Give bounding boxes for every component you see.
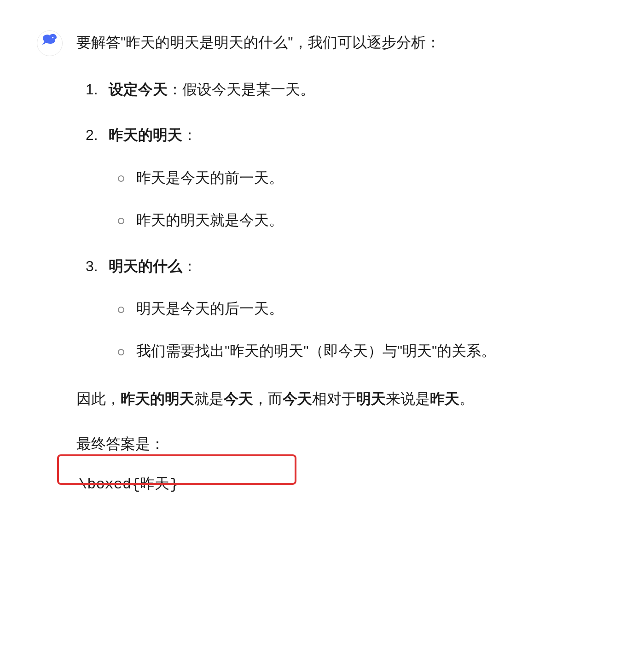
conclusion-bold: 明天: [356, 390, 386, 407]
message-content: 要解答"昨天的明天是明天的什么"，我们可以逐步分析： 设定今天：假设今天是某一天…: [76, 28, 607, 499]
step-title-bold: 昨天的明天: [109, 127, 182, 143]
sub-list: 明天是今天的后一天。 我们需要找出"昨天的明天"（即今天）与"明天"的关系。: [109, 294, 607, 366]
conclusion-part: 相对于: [312, 390, 356, 407]
step-title-bold: 明天的什么: [109, 258, 182, 274]
step-item: 设定今天：假设今天是某一天。: [76, 75, 607, 104]
final-answer-label: 最终答案是：: [76, 430, 607, 458]
conclusion-part: 来说是: [386, 390, 430, 407]
conclusion-text: 因此，昨天的明天就是今天，而今天相对于明天来说是昨天。: [76, 384, 607, 413]
final-answer-wrap: \boxed{昨天}: [76, 467, 180, 499]
conclusion-bold: 今天: [283, 390, 312, 407]
conclusion-part: 因此，: [76, 390, 121, 407]
step-title-rest: ：假设今天是某一天。: [168, 81, 315, 98]
sub-item: 明天是今天的后一天。: [109, 294, 607, 323]
sub-list: 昨天是今天的前一天。 昨天的明天就是今天。: [109, 163, 607, 235]
conclusion-bold: 今天: [224, 390, 253, 407]
conclusion-part: ，而: [253, 390, 283, 407]
whale-icon: [41, 29, 59, 58]
conclusion-part: 就是: [194, 390, 224, 407]
steps-list: 设定今天：假设今天是某一天。 昨天的明天： 昨天是今天的前一天。 昨天的明天就是…: [76, 75, 607, 366]
sub-item: 昨天是今天的前一天。: [109, 163, 607, 192]
final-answer: \boxed{昨天}: [76, 467, 180, 499]
step-title-bold: 设定今天: [109, 81, 168, 98]
intro-text: 要解答"昨天的明天是明天的什么"，我们可以逐步分析：: [76, 28, 607, 57]
step-item: 明天的什么： 明天是今天的后一天。 我们需要找出"昨天的明天"（即今天）与"明天…: [76, 252, 607, 366]
message-container: 要解答"昨天的明天是明天的什么"，我们可以逐步分析： 设定今天：假设今天是某一天…: [37, 28, 607, 499]
step-title: 明天的什么：: [109, 258, 197, 274]
svg-point-0: [52, 37, 53, 38]
conclusion-part: 。: [459, 390, 474, 407]
conclusion-bold: 昨天的明天: [121, 390, 194, 407]
sub-item: 我们需要找出"昨天的明天"（即今天）与"明天"的关系。: [109, 336, 607, 366]
step-title: 设定今天：假设今天是某一天。: [109, 81, 315, 98]
step-title-rest: ：: [182, 258, 197, 274]
sub-item: 昨天的明天就是今天。: [109, 205, 607, 235]
assistant-avatar: [37, 30, 63, 56]
conclusion-bold: 昨天: [430, 390, 459, 407]
step-title-rest: ：: [182, 127, 197, 143]
step-item: 昨天的明天： 昨天是今天的前一天。 昨天的明天就是今天。: [76, 121, 607, 235]
step-title: 昨天的明天：: [109, 127, 197, 143]
